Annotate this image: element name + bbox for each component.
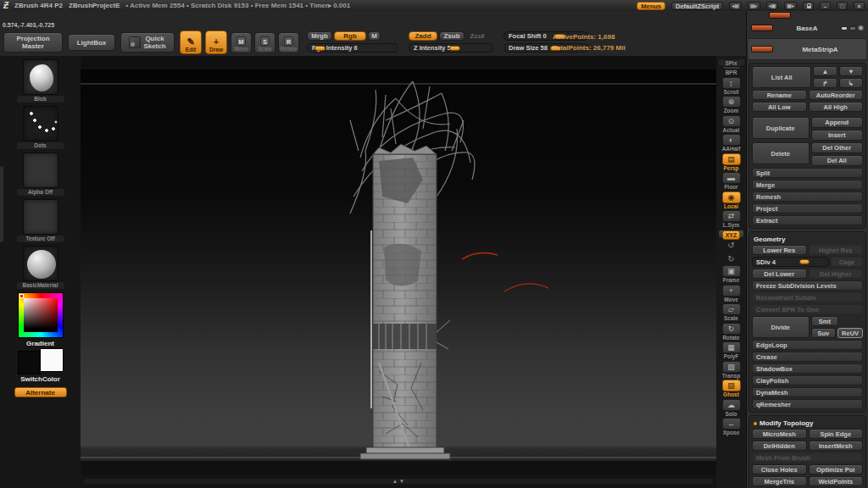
subtool-thumbnail[interactable] bbox=[769, 12, 791, 19]
right-shelf-button[interactable]: ▱ Scale bbox=[722, 303, 741, 321]
bottom-scroll-track[interactable] bbox=[84, 479, 713, 484]
draw-button[interactable]: + Draw bbox=[205, 30, 227, 54]
right-shelf-button[interactable]: ◉ Local bbox=[722, 191, 741, 209]
brush-thumbnail[interactable] bbox=[23, 59, 58, 95]
dock-right-a-icon[interactable]: ▤▸ bbox=[748, 2, 760, 10]
reconstruct-subdiv-button[interactable]: Reconstruct Subdiv bbox=[752, 292, 863, 302]
rename-button[interactable]: Rename bbox=[752, 90, 807, 100]
eye-icon[interactable]: ◉ bbox=[858, 25, 864, 31]
rgb-intensity-handle[interactable] bbox=[314, 46, 326, 52]
del-other-button[interactable]: Del Other bbox=[811, 142, 864, 153]
scale-button[interactable]: S Scale bbox=[254, 32, 275, 53]
split-button[interactable]: Split bbox=[752, 168, 863, 178]
reuv-button[interactable]: ReUV bbox=[837, 328, 863, 338]
tray-scrollbar[interactable] bbox=[0, 166, 3, 242]
move-button[interactable]: M Move bbox=[231, 32, 252, 53]
right-shelf-button[interactable]: ◒ SPix bbox=[717, 58, 746, 67]
right-shelf-button[interactable]: XYZ bbox=[718, 230, 745, 238]
crease-button[interactable]: Crease bbox=[752, 352, 863, 362]
menus-button[interactable]: Menus bbox=[637, 2, 665, 10]
stroke-thumbnail[interactable] bbox=[23, 106, 58, 141]
project-button[interactable]: Project bbox=[752, 203, 863, 214]
insertmesh-button[interactable]: InsertMesh bbox=[809, 441, 864, 451]
delhidden-button[interactable]: DelHidden bbox=[752, 441, 807, 451]
micromesh-button[interactable]: MicroMesh bbox=[752, 429, 807, 439]
claypolish-button[interactable]: ClayPolish bbox=[752, 375, 863, 385]
weldpoints-button[interactable]: WeldPoints bbox=[809, 476, 864, 486]
default-zscript-button[interactable]: DefaultZScript bbox=[671, 2, 723, 10]
mrgb-button[interactable]: Mrgb bbox=[307, 31, 332, 41]
right-shelf-button[interactable]: ◐ AAHalf bbox=[722, 134, 741, 152]
mergetris-button[interactable]: MergeTris bbox=[752, 476, 807, 486]
move-up-button[interactable]: ↱ bbox=[813, 78, 837, 88]
duplicate-button[interactable]: Duplicate bbox=[752, 117, 810, 139]
spin-edge-button[interactable]: Spin Edge bbox=[809, 429, 864, 439]
subtool-thumbnail[interactable] bbox=[751, 46, 773, 53]
right-shelf-button[interactable]: ⇄ L.Sym bbox=[722, 210, 741, 228]
restore-button[interactable]: □ bbox=[837, 2, 848, 10]
divide-button[interactable]: Divide bbox=[752, 316, 810, 338]
sculpt-toggle-icon[interactable] bbox=[849, 26, 856, 30]
alpha-thumbnail[interactable] bbox=[23, 152, 58, 188]
right-shelf-button[interactable]: ☁ Solo bbox=[722, 399, 741, 417]
color-saturation-square[interactable] bbox=[24, 298, 58, 332]
convert-bpr-button[interactable]: Convert BPR To Geo bbox=[752, 304, 863, 314]
optimize-points-button[interactable]: Optimize Poi bbox=[809, 464, 864, 474]
delete-button[interactable]: Delete bbox=[752, 142, 810, 164]
main-color-swatch[interactable] bbox=[18, 351, 42, 374]
scroll-down-icon[interactable]: ▼ bbox=[399, 479, 404, 484]
right-shelf-button[interactable]: ▤ Persp bbox=[722, 153, 741, 171]
del-all-button[interactable]: Del All bbox=[811, 155, 864, 166]
z-intensity-handle[interactable] bbox=[449, 46, 460, 52]
close-holes-button[interactable]: Close Holes bbox=[752, 464, 807, 474]
append-button[interactable]: Append bbox=[811, 117, 864, 128]
projection-master-button[interactable]: Projection Master bbox=[3, 32, 63, 53]
lower-res-button[interactable]: Lower Res bbox=[752, 245, 807, 255]
close-button[interactable]: × bbox=[854, 2, 865, 10]
secondary-color-swatch[interactable] bbox=[40, 348, 64, 372]
rgb-intensity-slider[interactable]: Rgb Intensity 6 bbox=[307, 43, 398, 53]
rgb-button[interactable]: Rgb bbox=[334, 31, 366, 41]
higher-res-button[interactable]: Higher Res bbox=[809, 245, 864, 255]
zadd-button[interactable]: Zadd bbox=[409, 31, 437, 41]
remesh-button[interactable]: Remesh bbox=[752, 191, 863, 202]
color-picker[interactable] bbox=[18, 292, 64, 338]
bottom-scrollbar[interactable]: ▲ ▼ bbox=[81, 474, 716, 488]
modify-topology-header[interactable]: Modify Topology bbox=[752, 419, 863, 429]
switchcolor-button[interactable]: SwitchColor bbox=[20, 375, 60, 383]
smt-button[interactable]: Smt bbox=[811, 316, 839, 326]
all-low-button[interactable]: All Low bbox=[752, 102, 807, 112]
suv-button[interactable]: Suv bbox=[811, 328, 837, 338]
lock-icon[interactable] bbox=[803, 2, 814, 10]
rotate-button[interactable]: R Rotate bbox=[278, 32, 299, 53]
quick-sketch-button[interactable]: Quick Sketch bbox=[120, 32, 175, 53]
subtool-row-basea[interactable]: BaseA ◉ bbox=[748, 18, 866, 39]
right-shelf-button[interactable]: ▬ Floor bbox=[722, 172, 741, 190]
paint-toggle-icon[interactable] bbox=[841, 26, 848, 30]
right-shelf-button[interactable]: ↻ Rotate bbox=[722, 323, 741, 341]
right-shelf-button[interactable]: ▧ Transp bbox=[722, 361, 741, 379]
subtool-thumbnail[interactable] bbox=[751, 25, 773, 31]
del-higher-button[interactable]: Del Higher bbox=[809, 269, 864, 279]
lightbox-button[interactable]: LightBox bbox=[68, 34, 115, 51]
right-shelf-button[interactable]: ⊕ Zoom bbox=[722, 96, 741, 114]
shadowbox-button[interactable]: ShadowBox bbox=[752, 363, 863, 374]
freeze-subdivision-button[interactable]: Freeze SubDivision Levels bbox=[752, 280, 863, 291]
autoreorder-button[interactable]: AutoReorder bbox=[809, 90, 864, 100]
edgeloop-button[interactable]: EdgeLoop bbox=[752, 340, 863, 350]
extract-button[interactable]: Extract bbox=[752, 215, 863, 225]
right-shelf-button[interactable]: ↺ bbox=[722, 239, 741, 251]
subtool-down-button[interactable]: ▼ bbox=[839, 66, 863, 76]
m-button[interactable]: M bbox=[368, 31, 381, 41]
right-shelf-button[interactable]: ↔ Xpose bbox=[722, 418, 741, 435]
right-shelf-button[interactable]: ↻ bbox=[722, 252, 741, 264]
merge-button[interactable]: Merge bbox=[752, 180, 863, 190]
canvas-area[interactable] bbox=[81, 56, 716, 474]
mesh-from-brush-button[interactable]: Mesh From Brush bbox=[752, 452, 863, 463]
minimize-button[interactable]: – bbox=[820, 2, 831, 10]
dynamesh-button[interactable]: DynaMesh bbox=[752, 387, 863, 397]
del-lower-button[interactable]: Del Lower bbox=[752, 269, 807, 279]
subtool-row-metastripa[interactable]: MetaStripA bbox=[748, 39, 866, 60]
right-shelf-button[interactable]: ▦ PolyF bbox=[722, 341, 741, 359]
zsub-button[interactable]: Zsub bbox=[439, 31, 465, 41]
